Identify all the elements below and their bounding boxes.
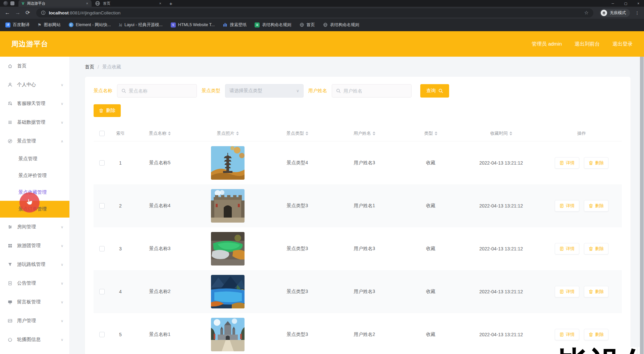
row-checkbox[interactable]: [99, 246, 105, 251]
document-icon: [559, 246, 564, 251]
sort-icon[interactable]: [306, 131, 308, 135]
window-minimize-icon[interactable]: ─: [612, 2, 614, 5]
sidebar-item-notice-mgmt[interactable]: 公告管理 ∨: [0, 274, 69, 293]
scenic-type-select[interactable]: 请选择景点类型 ∨: [225, 84, 304, 98]
delete-button[interactable]: 删除: [584, 286, 608, 297]
bookmark-star-icon[interactable]: ☆: [584, 10, 589, 16]
sidebar-item-room-mgmt[interactable]: 房间管理 ∨: [0, 218, 69, 236]
browser-menu-icon[interactable]: ⋮: [635, 10, 639, 15]
filter-user-label: 用户姓名: [308, 88, 327, 94]
breadcrumb: 首页 / 景点收藏: [85, 64, 631, 70]
user-name-input[interactable]: [343, 88, 407, 94]
bookmark-item[interactable]: EElement - 网站快...: [69, 22, 111, 28]
bookmark-item[interactable]: 5HTML5 Website T...: [171, 22, 215, 27]
chevron-down-icon: ∨: [61, 281, 63, 286]
sort-icon[interactable]: [373, 131, 375, 135]
detail-button[interactable]: 详情: [555, 157, 579, 169]
sort-icon[interactable]: [168, 131, 171, 135]
sidebar-item-carousel[interactable]: 轮播图信息 ∨: [0, 330, 69, 349]
sidebar-item-service-chat[interactable]: 客服聊天管理 ∨: [0, 94, 69, 113]
row-checkbox[interactable]: [99, 203, 105, 209]
table-rules-icon: ≣: [255, 22, 260, 27]
filter-row: 景点名称 景点类型 请选择景点类型 ∨ 用户姓名 查询: [94, 84, 622, 98]
search-button[interactable]: 查询: [420, 84, 449, 98]
grid-icon: [7, 243, 13, 248]
reload-button[interactable]: ⟳: [25, 10, 30, 15]
search-icon: [336, 88, 341, 93]
window-close-icon[interactable]: ×: [637, 2, 639, 5]
sidebar-item-user-mgmt[interactable]: 用户管理 ∨: [0, 311, 69, 330]
pinned-tab-icon[interactable]: [10, 1, 14, 5]
delete-button[interactable]: 删除: [584, 329, 608, 340]
detail-button[interactable]: 详情: [555, 286, 579, 297]
logout-link[interactable]: 退出登录: [612, 41, 633, 47]
address-bar[interactable]: localhost:8081/#/jingdianCollection ☆: [36, 8, 593, 17]
bookmark-item[interactable]: 搜索壁纸: [223, 22, 247, 28]
sort-icon[interactable]: [435, 131, 437, 135]
delete-button[interactable]: 删除: [584, 243, 608, 254]
back-button[interactable]: ←: [5, 10, 10, 15]
bookmark-item[interactable]: λiLayui - 经典开源模...: [119, 22, 163, 28]
sort-icon[interactable]: [509, 131, 512, 135]
sidebar-item-base-data[interactable]: 基础数据管理 ∨: [0, 113, 69, 132]
tab-title: 周边游平台: [27, 1, 83, 6]
sidebar-item-personal-center[interactable]: 个人中心 ∨: [0, 75, 69, 94]
col-actions: 操作: [541, 126, 622, 141]
sidebar-item-home[interactable]: 首页: [0, 57, 69, 75]
bookmark-item[interactable]: 译百度翻译: [5, 22, 30, 28]
bookmark-item[interactable]: 首页: [300, 22, 315, 28]
detail-button[interactable]: 详情: [555, 243, 579, 254]
bookmark-item[interactable]: ⚑图标网站: [38, 22, 61, 28]
detail-button[interactable]: 详情: [555, 200, 579, 212]
row-checkbox[interactable]: [99, 332, 105, 337]
window-maximize-icon[interactable]: ▢: [624, 2, 627, 5]
sidebar-subitem-scenic-review[interactable]: 景点评价管理: [0, 167, 69, 184]
exit-to-front-link[interactable]: 退出到前台: [575, 41, 600, 47]
col-scenic-type[interactable]: 景点类型: [266, 126, 328, 141]
breadcrumb-home[interactable]: 首页: [85, 64, 94, 70]
chevron-down-icon: ∨: [61, 319, 63, 323]
new-tab-button[interactable]: +: [169, 1, 172, 6]
scenic-name-input[interactable]: [129, 88, 193, 94]
bell-slash-icon: [7, 101, 13, 106]
sidebar-item-scenic-mgmt[interactable]: 景点管理 ∧: [0, 132, 69, 151]
sort-icon[interactable]: [236, 131, 239, 135]
browser-tab-active[interactable]: V 周边游平台 ×: [18, 0, 92, 7]
bulk-delete-button[interactable]: 删除: [94, 104, 121, 117]
url-path: :8081/#/jingdianCollection: [69, 10, 121, 15]
select-all-checkbox[interactable]: [99, 131, 105, 136]
forward-button[interactable]: →: [15, 10, 20, 15]
col-category[interactable]: 类型: [400, 126, 461, 141]
row-checkbox[interactable]: [99, 160, 105, 166]
chevron-down-icon: ∨: [61, 338, 63, 342]
bookmark-item[interactable]: 表结构命名规则: [323, 22, 360, 28]
table-row: 1 景点名称5 景点类型4 用户姓名3 收藏 2022-04-13 13:21:…: [94, 141, 622, 184]
delete-button[interactable]: 删除: [584, 200, 608, 212]
main-content: 首页 / 景点收藏 景点名称 景点类型 请选择景点类型 ∨ 用户姓名: [70, 57, 644, 354]
delete-button[interactable]: 删除: [584, 157, 608, 169]
sidebar: 首页 个人中心 ∨ 客服聊天管理 ∨ 基础数据管理 ∨ 景点管理 ∧ 景点管理 …: [0, 57, 70, 354]
col-user-name[interactable]: 用户姓名: [328, 126, 400, 141]
scenic-photo-castle: [211, 318, 245, 351]
col-scenic-photo[interactable]: 景点照片: [189, 126, 266, 141]
bookmark-item[interactable]: ≣表结构命名规则: [255, 22, 291, 28]
page-info-icon[interactable]: [41, 10, 46, 15]
tab-close-icon[interactable]: ×: [159, 1, 161, 5]
sidebar-item-route-mgmt[interactable]: 游玩路线管理 ∨: [0, 255, 69, 274]
sidebar-item-message-board[interactable]: 留言板管理 ∨: [0, 293, 69, 311]
browser-tab-inactive[interactable]: 首页 ×: [92, 0, 165, 7]
compass-icon: [7, 138, 13, 144]
table-header-row: 索引 景点名称 景点照片 景点类型 用户姓名 类型 收藏时间 操作: [94, 126, 622, 141]
sidebar-subitem-scenic-mgmt[interactable]: 景点管理: [0, 151, 69, 167]
detail-button[interactable]: 详情: [555, 329, 579, 340]
col-collect-time[interactable]: 收藏时间: [461, 126, 541, 141]
sidebar-item-tour-group[interactable]: 旅游团管理 ∨: [0, 236, 69, 255]
tab-close-icon[interactable]: ×: [86, 1, 88, 5]
bookmarks-bar: 译百度翻译 ⚑图标网站 EElement - 网站快... λiLayui - …: [0, 19, 644, 31]
chevron-down-icon: ∨: [61, 244, 63, 248]
browser-tab-strip: V 周边游平台 × 首页 × + ─ ▢ ×: [0, 0, 644, 7]
scrollbar-thumb[interactable]: [640, 57, 644, 354]
row-checkbox[interactable]: [99, 289, 105, 294]
col-scenic-name[interactable]: 景点名称: [130, 126, 189, 141]
url-text[interactable]: localhost:8081/#/jingdianCollection: [49, 10, 120, 15]
